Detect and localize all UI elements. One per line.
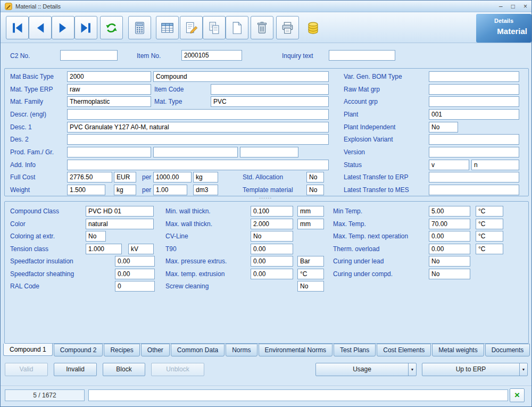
weight-amount-input[interactable] (67, 185, 105, 195)
full-cost-amount-input[interactable] (67, 172, 112, 182)
max-wall-thickn-input[interactable] (251, 219, 293, 229)
max-wall-thickn-unit-input[interactable] (297, 219, 324, 229)
full-cost-per-amount-input[interactable] (153, 172, 192, 182)
mat-basic-type-text-input[interactable] (153, 71, 329, 82)
status-input-1[interactable] (429, 160, 469, 170)
add-info-input[interactable] (67, 160, 329, 170)
weight-per-amount-input[interactable] (153, 185, 187, 195)
latest-transfer-erp-input[interactable] (429, 172, 519, 182)
version-input[interactable] (429, 147, 519, 157)
inquiry-text-input[interactable] (329, 50, 395, 61)
maximize-button[interactable]: □ (511, 3, 515, 10)
min-wall-thickn-unit-input[interactable] (297, 206, 324, 217)
close-button[interactable]: × (523, 3, 527, 10)
curing-under-lead-input[interactable] (429, 256, 470, 267)
weight-unit-input[interactable] (114, 185, 136, 195)
tab-recipes[interactable]: Recipes (104, 344, 139, 356)
max-temp-unit-input[interactable] (476, 219, 503, 229)
min-wall-thickn-input[interactable] (251, 206, 293, 217)
next-record-button[interactable] (52, 16, 74, 39)
var-gen-bom-type-input[interactable] (429, 71, 519, 82)
plant-independent-input[interactable] (429, 122, 458, 132)
mat-family-input[interactable] (67, 96, 151, 107)
max-temp-next-operation-input[interactable] (429, 231, 470, 242)
tab-test-plans[interactable]: Test Plans (334, 344, 376, 356)
tab-environmental-norms[interactable]: Environmental Norms (259, 344, 332, 356)
tab-other[interactable]: Other (141, 344, 170, 356)
account-grp-input[interactable] (429, 96, 519, 107)
up-to-erp-dropdown[interactable]: Up to ERP ▼ (422, 363, 528, 376)
up-to-erp-dropdown-arrow-icon[interactable]: ▼ (519, 363, 527, 376)
descr-engl-input[interactable] (67, 109, 329, 120)
cv-line-input[interactable] (251, 231, 293, 242)
print-button[interactable] (276, 16, 299, 39)
block-button[interactable]: Block (103, 363, 145, 376)
tab-common-data[interactable]: Common Data (171, 344, 225, 356)
tab-cost-elements[interactable]: Cost Elements (377, 344, 431, 356)
curing-under-compd-input[interactable] (429, 269, 470, 279)
max-temp-next-operation-unit-input[interactable] (476, 231, 503, 242)
min-temp-input[interactable] (429, 206, 470, 217)
full-cost-currency-input[interactable] (114, 172, 136, 182)
usage-dropdown[interactable]: Usage ▼ (315, 363, 417, 376)
mat-basic-type-input[interactable] (67, 71, 151, 82)
therm-overload-unit-input[interactable] (476, 244, 503, 254)
item-no-input[interactable] (181, 50, 242, 61)
mat-type-input[interactable] (211, 96, 329, 107)
tab-compound-1[interactable]: Compound 1 (3, 344, 53, 356)
item-code-input[interactable] (211, 84, 329, 95)
des-2-input[interactable] (67, 134, 329, 145)
full-cost-per-unit-input[interactable] (193, 172, 218, 182)
therm-overload-input[interactable] (429, 244, 470, 254)
speedfactor-sheathing-input[interactable] (115, 269, 155, 279)
invalid-button[interactable]: Invalid (54, 363, 97, 376)
delete-button[interactable] (251, 16, 273, 39)
template-material-input[interactable] (306, 185, 324, 195)
prod-fam-gr-input-2[interactable] (153, 147, 238, 157)
previous-record-button[interactable] (29, 16, 52, 39)
splitter-handle[interactable]: ...... (259, 193, 272, 200)
max-temp-input[interactable] (429, 219, 470, 229)
tension-class-input[interactable] (86, 244, 122, 254)
max-temp-extrusion-unit-input[interactable] (297, 269, 324, 279)
clear-message-button[interactable]: × (510, 388, 525, 402)
edit-button[interactable] (180, 16, 203, 39)
mat-type-erp-input[interactable] (67, 84, 151, 95)
raw-mat-grp-input[interactable] (429, 84, 519, 95)
last-record-button[interactable] (74, 16, 97, 39)
explosion-variant-input[interactable] (429, 134, 519, 145)
weight-per-unit-input[interactable] (193, 185, 218, 195)
tab-metal-weights[interactable]: Metal weights (432, 344, 484, 356)
tab-norms[interactable]: Norms (226, 344, 257, 356)
desc-1-input[interactable] (67, 122, 329, 132)
ral-code-input[interactable] (115, 281, 155, 292)
calculator-button[interactable] (128, 16, 151, 39)
data-grid-button[interactable] (156, 16, 179, 39)
usage-dropdown-arrow-icon[interactable]: ▼ (408, 363, 416, 376)
color-input[interactable] (86, 219, 154, 229)
minimize-button[interactable]: – (499, 3, 503, 10)
t90-input[interactable] (251, 244, 293, 254)
c2-no-input[interactable] (60, 50, 118, 61)
max-pressure-extrus-unit-input[interactable] (297, 256, 324, 267)
tension-class-unit-input[interactable] (128, 244, 154, 254)
max-temp-extrusion-input[interactable] (251, 269, 293, 279)
screw-cleaning-input[interactable] (297, 281, 324, 292)
refresh-button[interactable] (100, 16, 123, 39)
compound-class-input[interactable] (86, 206, 154, 217)
latest-transfer-mes-input[interactable] (429, 185, 519, 195)
prod-fam-gr-input-1[interactable] (67, 147, 151, 157)
tab-compound-2[interactable]: Compound 2 (54, 344, 103, 356)
max-pressure-extrus-input[interactable] (251, 256, 293, 267)
coloring-at-extr-input[interactable] (86, 231, 106, 242)
min-temp-unit-input[interactable] (476, 206, 503, 217)
database-button[interactable] (302, 16, 325, 39)
speedfactor-insulation-input[interactable] (115, 256, 155, 267)
std-allocation-input[interactable] (306, 172, 324, 182)
new-record-button[interactable] (226, 16, 248, 39)
first-record-button[interactable] (6, 16, 29, 39)
tab-documents[interactable]: Documents (485, 344, 530, 356)
status-input-2[interactable] (471, 160, 519, 170)
plant-input[interactable] (429, 109, 519, 120)
copy-button[interactable] (203, 16, 226, 39)
